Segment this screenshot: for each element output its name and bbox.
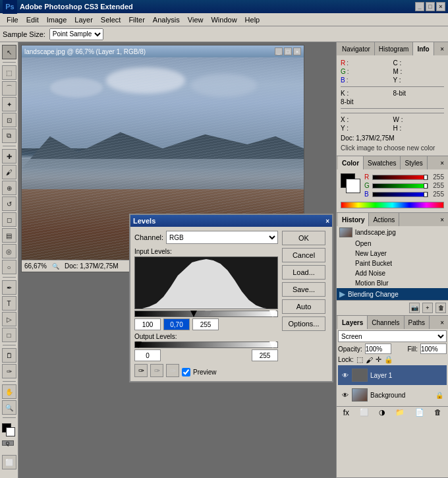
eyedropper-tool[interactable]: ✑ xyxy=(2,364,16,378)
history-item-open[interactable]: Open xyxy=(337,239,448,249)
layer-mask-button[interactable]: ⬜ xyxy=(360,408,369,417)
minimize-button[interactable]: _ xyxy=(415,2,424,11)
tab-layers[interactable]: Layers xyxy=(338,316,368,329)
layer-delete-button[interactable]: 🗑 xyxy=(434,408,441,417)
history-item-motion-blur[interactable]: Motion Blur xyxy=(337,278,448,288)
notes-tool[interactable]: 🗒 xyxy=(2,348,16,363)
input-midtone-slider[interactable] xyxy=(205,311,211,317)
lock-transparent-button[interactable]: ⬚ xyxy=(356,355,363,364)
background-visibility[interactable]: 👁 xyxy=(341,391,349,399)
quick-select-tool[interactable]: ✦ xyxy=(2,97,16,111)
lock-all-button[interactable]: 🔒 xyxy=(384,355,393,364)
dialog-close-button[interactable]: × xyxy=(325,218,329,225)
tab-color[interactable]: Color xyxy=(338,156,364,169)
screen-mode-icon[interactable]: ⬜ xyxy=(2,455,16,469)
history-item-add-noise[interactable]: Add Noise xyxy=(337,268,448,278)
path-tool[interactable]: ▷ xyxy=(2,312,16,326)
history-item-new-layer[interactable]: New Layer xyxy=(337,249,448,258)
hand-tool[interactable]: ✋ xyxy=(2,384,16,399)
history-new-snapshot-button[interactable]: 📷 xyxy=(409,303,420,313)
shape-tool[interactable]: □ xyxy=(2,328,16,342)
menu-analysis[interactable]: Analysis xyxy=(149,15,184,25)
eraser-tool[interactable]: ◻ xyxy=(2,212,16,227)
output-shadow-slider[interactable] xyxy=(135,342,142,348)
tab-info[interactable]: Info xyxy=(413,42,434,55)
input-midtones-field[interactable]: 0,70 xyxy=(163,318,190,330)
input-shadow-slider[interactable] xyxy=(190,311,197,317)
input-slider-track[interactable] xyxy=(134,311,278,317)
white-eyedropper-button[interactable]: ✑ xyxy=(166,364,179,377)
save-button[interactable]: Save... xyxy=(282,282,325,297)
layer-group-button[interactable]: 📁 xyxy=(395,408,405,417)
maximize-button[interactable]: □ xyxy=(426,2,435,11)
color-spectrum[interactable] xyxy=(341,202,444,208)
tab-styles[interactable]: Styles xyxy=(401,156,427,169)
gray-eyedropper-button[interactable]: ✑ xyxy=(150,364,163,377)
clone-stamp-tool[interactable]: ⊕ xyxy=(2,181,16,195)
layers-panel-close[interactable]: × xyxy=(437,319,447,326)
menu-layer[interactable]: Layer xyxy=(70,15,97,25)
menu-select[interactable]: Select xyxy=(97,15,125,25)
lasso-tool[interactable]: ⌒ xyxy=(2,81,16,96)
ok-button[interactable]: OK xyxy=(282,231,325,245)
menu-file[interactable]: File xyxy=(3,15,22,25)
color-panel-close[interactable]: × xyxy=(437,160,447,167)
fill-input[interactable] xyxy=(420,344,447,354)
quick-mask-button[interactable]: Q xyxy=(2,440,14,446)
dodge-tool[interactable]: ○ xyxy=(2,260,16,274)
output-highlight-slider[interactable] xyxy=(269,342,276,348)
menu-help[interactable]: Help xyxy=(241,15,264,25)
opacity-input[interactable] xyxy=(365,344,391,354)
layer-new-button[interactable]: 📄 xyxy=(415,408,424,417)
r-slider[interactable] xyxy=(372,175,428,180)
layer-fx-button[interactable]: fx xyxy=(343,408,349,417)
b-thumb[interactable] xyxy=(424,192,428,197)
tab-paths[interactable]: Paths xyxy=(405,316,430,329)
r-thumb[interactable] xyxy=(424,175,428,180)
load-button[interactable]: Load... xyxy=(282,265,325,280)
move-tool[interactable]: ↖ xyxy=(2,45,16,59)
layer-adjustment-button[interactable]: ◑ xyxy=(379,408,385,417)
type-tool[interactable]: T xyxy=(2,296,16,311)
slice-tool[interactable]: ⧉ xyxy=(2,129,16,143)
history-item-paint-bucket[interactable]: Paint Bucket xyxy=(337,258,448,268)
close-button[interactable]: × xyxy=(436,2,445,11)
black-eyedropper-button[interactable]: ✑ xyxy=(134,364,148,377)
tab-histogram[interactable]: Histogram xyxy=(375,42,414,55)
background-swatch[interactable] xyxy=(346,179,360,193)
g-thumb[interactable] xyxy=(424,183,428,189)
marquee-tool[interactable]: ⬚ xyxy=(2,65,16,80)
input-shadows-field[interactable]: 100 xyxy=(134,318,161,330)
blur-tool[interactable]: ◎ xyxy=(2,244,16,258)
b-slider[interactable] xyxy=(372,192,428,197)
history-panel-close[interactable]: × xyxy=(437,216,447,224)
input-highlights-field[interactable]: 255 xyxy=(192,318,219,330)
pen-tool[interactable]: ✒ xyxy=(2,280,16,295)
history-brush-tool[interactable]: ↺ xyxy=(2,196,16,211)
tab-navigator[interactable]: Navigator xyxy=(338,42,375,55)
history-new-state-button[interactable]: + xyxy=(422,303,433,313)
cancel-button[interactable]: Cancel xyxy=(282,248,325,262)
channel-select[interactable]: RGB Red Green Blue xyxy=(166,231,278,244)
blend-mode-select[interactable]: Screen Normal Multiply xyxy=(338,330,447,342)
background-color[interactable] xyxy=(6,427,15,436)
history-item-blending[interactable]: ▶ Blending Change xyxy=(337,288,448,300)
menu-filter[interactable]: Filter xyxy=(125,15,148,25)
layer-item-1[interactable]: 👁 Layer 1 xyxy=(338,365,447,385)
doc-close-button[interactable]: × xyxy=(293,47,301,55)
tab-history[interactable]: History xyxy=(338,213,369,226)
tab-channels[interactable]: Channels xyxy=(368,316,404,329)
crop-tool[interactable]: ⊡ xyxy=(2,113,16,127)
output-shadows-field[interactable]: 0 xyxy=(134,349,161,361)
layer-item-background[interactable]: 👁 Background 🔒 xyxy=(338,385,447,405)
zoom-tool[interactable]: 🔍 xyxy=(2,400,16,415)
sample-size-select[interactable]: Point Sample xyxy=(49,28,103,40)
menu-view[interactable]: View xyxy=(184,15,208,25)
options-button[interactable]: Options... xyxy=(282,316,325,331)
title-bar-buttons[interactable]: _ □ × xyxy=(415,2,445,11)
output-highlights-field[interactable]: 255 xyxy=(252,349,278,361)
brush-tool[interactable]: 🖌 xyxy=(2,165,16,179)
auto-button[interactable]: Auto xyxy=(282,299,325,314)
history-item-landscape[interactable]: landscape.jpg xyxy=(337,226,448,239)
info-panel-close[interactable]: × xyxy=(437,45,447,53)
